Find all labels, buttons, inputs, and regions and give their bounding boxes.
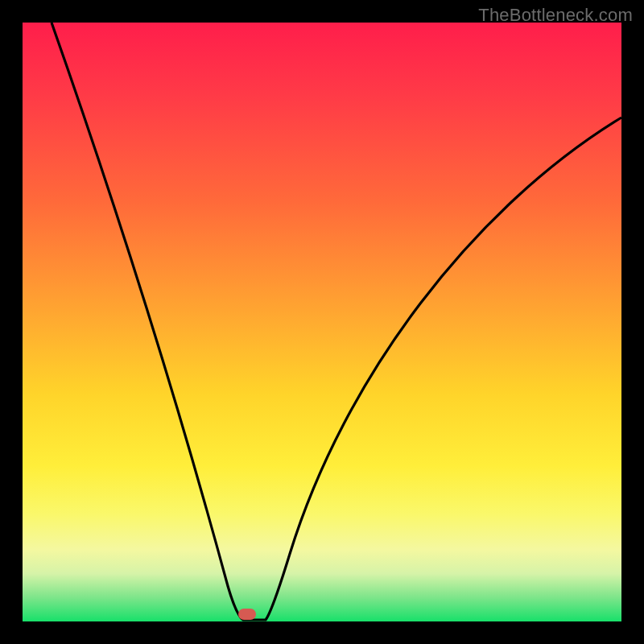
curve-path: [52, 23, 621, 620]
optimum-marker: [238, 609, 256, 620]
bottleneck-curve: [23, 23, 621, 621]
chart-frame: TheBottleneck.com: [0, 0, 644, 644]
plot-area: [23, 23, 621, 621]
